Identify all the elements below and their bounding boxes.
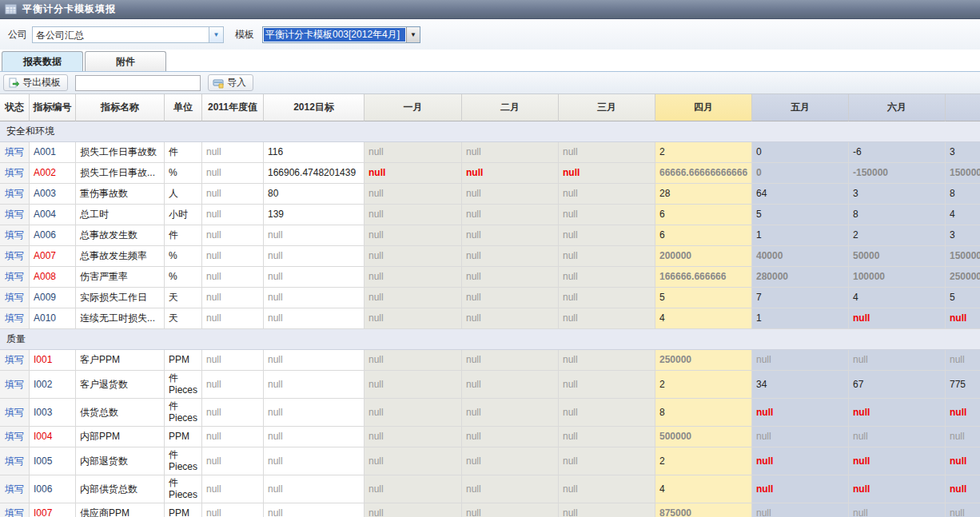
- table-row[interactable]: 填写I006内部供货总数件 Piecesnullnullnullnullnull…: [0, 475, 980, 503]
- fill-link[interactable]: 填写: [5, 354, 24, 366]
- table-row[interactable]: 填写I002客户退货数件 Piecesnullnullnullnullnull2…: [0, 371, 980, 399]
- page-title: 平衡计分卡模板填报: [22, 2, 116, 16]
- status-cell: 填写: [0, 142, 30, 162]
- month-1-cell: null: [365, 503, 462, 517]
- tab-attachments[interactable]: 附件: [85, 51, 166, 71]
- group-header-row[interactable]: 安全和环境: [0, 121, 980, 142]
- indicator-code-cell: A002: [30, 163, 76, 183]
- month-1-cell: null: [365, 205, 462, 225]
- fill-link[interactable]: 填写: [5, 250, 24, 262]
- column-header-12[interactable]: 六月: [849, 94, 946, 121]
- column-header-1[interactable]: 状态: [0, 94, 30, 121]
- month-4-cell: 875000: [655, 503, 752, 517]
- fill-link[interactable]: 填写: [5, 507, 24, 517]
- column-header-5[interactable]: 2011年度值: [202, 94, 264, 121]
- month-1-cell: null: [365, 399, 462, 426]
- month-4-cell: 250000: [655, 350, 752, 370]
- fill-link[interactable]: 填写: [5, 188, 24, 200]
- fill-link[interactable]: 填写: [5, 229, 24, 241]
- table-row[interactable]: 填写A008伤害严重率%nullnullnullnullnull166666.6…: [0, 267, 980, 288]
- month-4-cell: 5: [655, 288, 752, 308]
- month-4-cell: 500000: [655, 427, 752, 447]
- template-select-value[interactable]: 平衡计分卡模板003[2012年4月]: [264, 28, 405, 42]
- month-5-cell: 34: [752, 371, 849, 398]
- month-6-cell: 2: [849, 225, 946, 245]
- chevron-down-icon[interactable]: ▼: [209, 27, 223, 42]
- fill-link[interactable]: 填写: [5, 407, 24, 419]
- target-2012-cell: null: [264, 503, 365, 517]
- indicator-name-cell: 重伤事故数: [76, 184, 165, 204]
- year-2011-cell: null: [202, 447, 264, 475]
- import-file-input[interactable]: [75, 75, 201, 91]
- fill-link[interactable]: 填写: [5, 312, 24, 324]
- status-cell: 填写: [0, 163, 30, 183]
- dropdown-arrow-icon[interactable]: ▼: [406, 27, 420, 42]
- column-header-13[interactable]: [946, 94, 980, 121]
- column-header-11[interactable]: 五月: [752, 94, 849, 121]
- column-header-9[interactable]: 三月: [559, 94, 655, 121]
- month-5-cell: 7: [752, 288, 849, 308]
- fill-link[interactable]: 填写: [5, 483, 24, 495]
- indicator-name-cell: 实际损失工作日: [76, 288, 165, 308]
- unit-cell: 小时: [165, 205, 202, 225]
- month-2-cell: null: [462, 184, 559, 204]
- table-row[interactable]: 填写I007供应商PPMPPMnullnullnullnullnull87500…: [0, 503, 980, 517]
- template-select[interactable]: 平衡计分卡模板003[2012年4月] ▼: [262, 26, 420, 43]
- table-row[interactable]: 填写I005内部退货数件 Piecesnullnullnullnullnull2…: [0, 447, 980, 475]
- export-template-button[interactable]: 导出模板: [3, 74, 68, 91]
- fill-link[interactable]: 填写: [5, 209, 24, 221]
- month-2-cell: null: [462, 163, 559, 183]
- month-1-cell: null: [365, 246, 462, 266]
- column-header-6[interactable]: 2012目标: [264, 94, 365, 121]
- month-5-cell: null: [752, 447, 849, 475]
- month-1-cell: null: [365, 427, 462, 447]
- group-header-row[interactable]: 质量: [0, 329, 980, 350]
- indicator-code-cell: I004: [30, 427, 76, 447]
- import-button[interactable]: 导入: [208, 74, 253, 91]
- fill-link[interactable]: 填写: [5, 379, 24, 391]
- month-3-cell: null: [559, 246, 655, 266]
- table-row[interactable]: 填写I001客户PPMPPMnullnullnullnullnull250000…: [0, 350, 980, 371]
- month-4-cell: 66666.66666666666: [655, 163, 752, 183]
- table-row[interactable]: 填写I004内部PPMPPMnullnullnullnullnull500000…: [0, 427, 980, 447]
- tab-report-data[interactable]: 报表数据: [2, 51, 83, 71]
- year-2011-cell: null: [202, 475, 264, 503]
- fill-link[interactable]: 填写: [5, 271, 24, 283]
- status-cell: 填写: [0, 475, 30, 503]
- table-row[interactable]: 填写A004总工时小时null139nullnullnull6584: [0, 205, 980, 225]
- target-2012-cell: null: [264, 399, 365, 426]
- column-header-8[interactable]: 二月: [462, 94, 559, 121]
- fill-link[interactable]: 填写: [5, 455, 24, 467]
- table-row[interactable]: 填写A007总事故发生频率%nullnullnullnullnull200000…: [0, 246, 980, 267]
- table-row[interactable]: 填写A006总事故发生数件nullnullnullnullnull6123: [0, 225, 980, 246]
- month-3-cell: null: [559, 427, 655, 447]
- column-header-3[interactable]: 指标名称: [76, 94, 165, 121]
- column-header-4[interactable]: 单位: [165, 94, 202, 121]
- fill-link[interactable]: 填写: [5, 167, 24, 179]
- table-row[interactable]: 填写I003供货总数件 Piecesnullnullnullnullnull8n…: [0, 399, 980, 427]
- month-3-cell: null: [559, 184, 655, 204]
- month-1-cell: null: [365, 288, 462, 308]
- table-row[interactable]: 填写A001损失工作日事故数件null116nullnullnull20-63: [0, 142, 980, 163]
- table-row[interactable]: 填写A009实际损失工作日天nullnullnullnullnull5745: [0, 288, 980, 308]
- fill-link[interactable]: 填写: [5, 431, 24, 443]
- table-row[interactable]: 填写A003重伤事故数人null80nullnullnull286438: [0, 184, 980, 205]
- indicator-name-cell: 连续无工时损失...: [76, 308, 165, 328]
- column-header-7[interactable]: 一月: [365, 94, 462, 121]
- target-2012-cell: null: [264, 288, 365, 308]
- month-2-cell: null: [462, 308, 559, 328]
- table-row[interactable]: 填写A010连续无工时损失...天nullnullnullnullnull41n…: [0, 308, 980, 329]
- month-4-cell: 4: [655, 308, 752, 328]
- fill-link[interactable]: 填写: [5, 146, 24, 158]
- table-row[interactable]: 填写A002损失工作日事故...%null166906.4748201439nu…: [0, 163, 980, 184]
- month-4-cell: 6: [655, 225, 752, 245]
- indicator-code-cell: A010: [30, 308, 76, 328]
- company-combobox[interactable]: 各公司汇总 ▼: [32, 26, 224, 43]
- month-1-cell: null: [365, 371, 462, 398]
- column-header-2[interactable]: 指标编号: [30, 94, 76, 121]
- month-6-cell: null: [849, 503, 946, 517]
- column-header-10[interactable]: 四月: [655, 94, 752, 121]
- fill-link[interactable]: 填写: [5, 292, 24, 304]
- month-6-cell: 67: [849, 371, 946, 398]
- company-combobox-value[interactable]: 各公司汇总: [33, 27, 209, 42]
